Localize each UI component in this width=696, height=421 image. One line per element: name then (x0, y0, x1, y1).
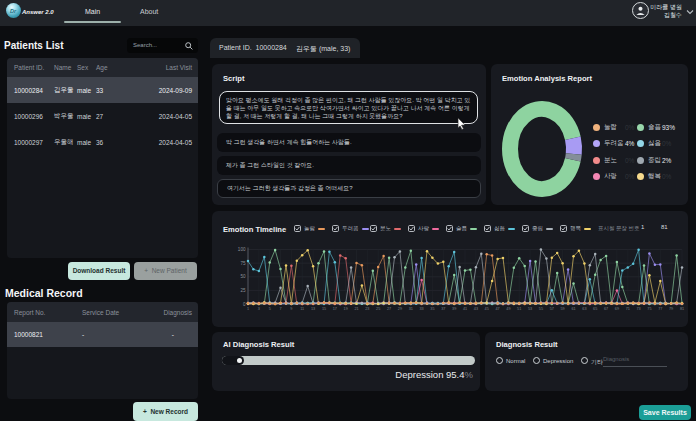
svg-text:25: 25 (240, 288, 246, 293)
svg-text:27: 27 (387, 307, 391, 311)
svg-text:35: 35 (430, 307, 434, 311)
svg-text:17: 17 (333, 307, 337, 311)
svg-text:39: 39 (452, 307, 456, 311)
svg-text:0: 0 (243, 302, 246, 307)
svg-text:29: 29 (398, 307, 402, 311)
svg-text:5: 5 (269, 307, 271, 311)
svg-text:31: 31 (409, 307, 413, 311)
svg-text:69: 69 (615, 307, 619, 311)
svg-text:59: 59 (560, 307, 564, 311)
svg-text:71: 71 (626, 307, 630, 311)
svg-text:15: 15 (322, 307, 326, 311)
svg-text:37: 37 (441, 307, 445, 311)
svg-text:50: 50 (240, 274, 246, 279)
svg-text:47: 47 (495, 307, 499, 311)
svg-text:75: 75 (240, 261, 246, 266)
svg-text:67: 67 (604, 307, 608, 311)
svg-text:19: 19 (344, 307, 348, 311)
svg-text:65: 65 (593, 307, 597, 311)
svg-text:7: 7 (279, 307, 281, 311)
svg-text:1: 1 (247, 307, 249, 311)
svg-text:49: 49 (506, 307, 510, 311)
svg-text:13: 13 (311, 307, 315, 311)
svg-text:57: 57 (550, 307, 554, 311)
svg-text:33: 33 (419, 307, 423, 311)
svg-text:51: 51 (517, 307, 521, 311)
svg-text:41: 41 (463, 307, 467, 311)
svg-text:23: 23 (365, 307, 369, 311)
svg-text:63: 63 (582, 307, 586, 311)
svg-text:43: 43 (474, 307, 478, 311)
svg-text:11: 11 (300, 307, 304, 311)
svg-text:55: 55 (539, 307, 543, 311)
svg-text:25: 25 (376, 307, 380, 311)
svg-text:73: 73 (636, 307, 640, 311)
svg-text:9: 9 (290, 307, 292, 311)
svg-text:3: 3 (258, 307, 260, 311)
svg-text:81: 81 (680, 307, 684, 311)
svg-text:79: 79 (669, 307, 673, 311)
svg-text:77: 77 (658, 307, 662, 311)
svg-text:75: 75 (647, 307, 651, 311)
svg-text:61: 61 (571, 307, 575, 311)
svg-text:45: 45 (485, 307, 489, 311)
svg-text:21: 21 (354, 307, 358, 311)
svg-text:53: 53 (528, 307, 532, 311)
svg-text:100: 100 (238, 247, 246, 252)
